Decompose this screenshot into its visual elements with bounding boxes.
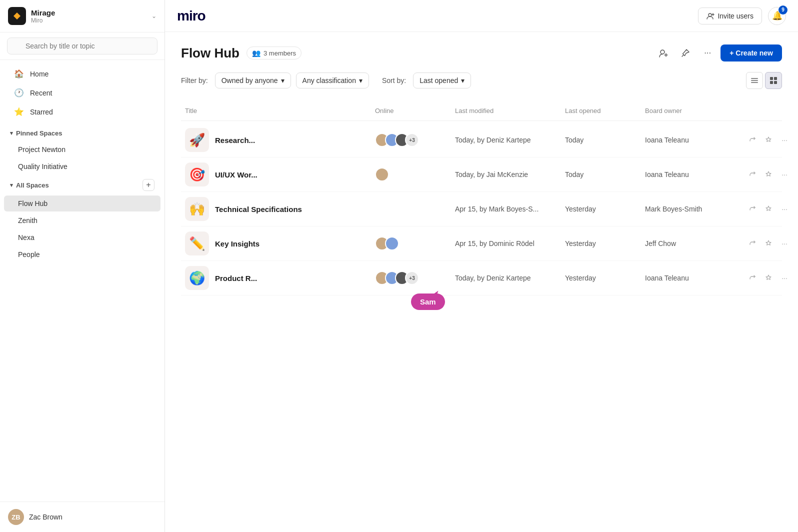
search-input[interactable]	[7, 38, 158, 54]
more-button[interactable]: ···	[777, 236, 792, 251]
row-actions: ···	[741, 132, 796, 148]
user-avatar: ZB	[8, 509, 24, 525]
sidebar-item-flow-hub[interactable]: Flow Hub	[4, 196, 160, 212]
more-button[interactable]: ···	[777, 132, 792, 148]
list-view-button[interactable]	[746, 72, 763, 89]
share-button[interactable]	[745, 270, 760, 286]
col-last-opened: Last opened	[561, 105, 641, 116]
table-row[interactable]: 🚀Research...+3Today, by Deniz KartepeTod…	[181, 123, 782, 158]
table-row[interactable]: ✏️Key InsightsApr 15, by Dominic RödelYe…	[181, 226, 782, 261]
sidebar-logo	[8, 7, 26, 25]
org-name: Mirage	[31, 8, 55, 17]
online-cell	[371, 168, 451, 182]
row-actions: ···	[741, 167, 796, 182]
sidebar-item-quality-initiative[interactable]: Quality Initiative	[4, 158, 160, 174]
miro-logo: miro	[177, 8, 206, 24]
chevron-down-icon: ⌄	[152, 12, 156, 20]
content-area: Flow Hub 👥 3 members	[165, 32, 798, 532]
sidebar-item-home[interactable]: 🏠 Home	[4, 64, 160, 83]
board-cell: 🚀Research...	[181, 128, 371, 152]
add-member-button[interactable]	[654, 44, 672, 62]
user-name: Zac Brown	[29, 513, 62, 521]
page-title: Flow Hub	[181, 46, 240, 61]
svg-rect-11	[751, 80, 758, 81]
main-area: miro Invite users 🔔 9 Flow Hub 👥	[165, 0, 798, 532]
owner-filter-chevron-icon: ▾	[281, 76, 284, 84]
avatar	[375, 168, 389, 182]
online-cell	[371, 236, 451, 250]
board-icon: 🎯	[185, 162, 209, 186]
all-spaces-label: All Spaces	[16, 182, 49, 189]
add-space-button[interactable]: +	[142, 179, 154, 191]
more-button[interactable]: ···	[777, 167, 792, 182]
cursor-arrow-icon: ➤	[430, 288, 441, 302]
sidebar-search-area	[0, 32, 164, 60]
classification-filter-dropdown[interactable]: Any classification ▾	[296, 72, 369, 88]
star-button[interactable]	[761, 202, 776, 216]
board-title: Product R...	[215, 274, 257, 282]
add-user-icon	[659, 48, 668, 58]
sidebar-org-header[interactable]: Mirage Miro ⌄	[0, 0, 164, 32]
share-button[interactable]	[745, 132, 760, 148]
more-button[interactable]: ···	[777, 202, 792, 216]
board-icon: 🙌	[185, 197, 209, 221]
header-actions: ··· + Create new	[654, 44, 782, 62]
star-button[interactable]	[761, 236, 776, 251]
share-button[interactable]	[745, 167, 760, 182]
create-new-button[interactable]: + Create new	[720, 44, 782, 62]
notifications-button[interactable]: 🔔 9	[768, 7, 786, 25]
board-owner-cell: Mark Boyes-Smith	[641, 205, 741, 213]
last-opened-cell: Today	[561, 170, 641, 178]
sidebar-item-zenith[interactable]: Zenith	[4, 212, 160, 228]
table-row[interactable]: 🎯UI/UX Wor...Today, by Jai McKenzieToday…	[181, 158, 782, 192]
cursor-tooltip: Sam	[411, 294, 445, 310]
star-button[interactable]	[761, 167, 776, 182]
sort-wrap: Sort by: Last opened ▾	[382, 72, 471, 88]
board-cell: 🙌Technical Specifications	[181, 197, 371, 221]
board-title: Key Insights	[215, 240, 260, 248]
owner-filter-dropdown[interactable]: Owned by anyone ▾	[215, 72, 291, 88]
board-owner-cell: Ioana Teleanu	[641, 274, 741, 282]
sidebar-item-starred[interactable]: ⭐ Starred	[4, 102, 160, 121]
avatar-group: +3	[375, 133, 419, 147]
col-title: Title	[181, 105, 371, 116]
share-button[interactable]	[745, 202, 760, 216]
last-modified-cell: Apr 15, by Dominic Rödel	[451, 240, 561, 248]
more-button[interactable]: ···	[777, 270, 792, 286]
share-button[interactable]	[745, 236, 760, 251]
board-icon: ✏️	[185, 232, 209, 256]
classification-filter-chevron-icon: ▾	[359, 76, 362, 84]
pinned-spaces-section[interactable]: ▾ Pinned Spaces	[0, 126, 164, 141]
board-icon: 🚀	[185, 128, 209, 152]
table-row[interactable]: 🙌Technical SpecificationsApr 15, by Mark…	[181, 192, 782, 226]
more-options-button[interactable]: ···	[698, 44, 716, 62]
avatar-count: +3	[405, 271, 419, 285]
star-button[interactable]	[761, 270, 776, 286]
filter-bar: Filter by: Owned by anyone ▾ Any classif…	[181, 72, 782, 89]
svg-point-6	[660, 50, 664, 54]
sort-filter-dropdown[interactable]: Last opened ▾	[413, 72, 471, 88]
sidebar-item-project-newton[interactable]: Project Newton	[4, 142, 160, 158]
avatar-group: +3	[375, 271, 419, 285]
sidebar-item-people[interactable]: People	[4, 246, 160, 262]
recent-icon: 🕐	[14, 88, 24, 98]
sidebar: Mirage Miro ⌄ 🏠 Home 🕐 Recent ⭐ Starred …	[0, 0, 165, 532]
table-row[interactable]: 🌍Product R...+3Today, by Deniz KartepeYe…	[181, 261, 782, 296]
filter-by-label: Filter by:	[181, 76, 208, 84]
sidebar-item-nexa[interactable]: Nexa	[4, 230, 160, 246]
grid-view-button[interactable]	[765, 72, 782, 89]
board-owner-cell: Ioana Teleanu	[641, 136, 741, 144]
star-button[interactable]	[761, 132, 776, 148]
sidebar-footer: ZB Zac Brown	[0, 502, 164, 532]
last-opened-cell: Yesterday	[561, 274, 641, 282]
svg-point-3	[708, 14, 712, 16]
home-label: Home	[30, 70, 48, 78]
svg-rect-15	[770, 81, 773, 84]
sidebar-item-recent[interactable]: 🕐 Recent	[4, 84, 160, 102]
chevron-icon: ▾	[10, 130, 13, 136]
invite-users-button[interactable]: Invite users	[698, 8, 762, 24]
avatar-group	[375, 168, 389, 182]
all-spaces-section[interactable]: ▾ All Spaces +	[0, 175, 164, 195]
sidebar-org-info: Mirage Miro	[31, 8, 55, 24]
pin-button[interactable]	[676, 44, 694, 62]
